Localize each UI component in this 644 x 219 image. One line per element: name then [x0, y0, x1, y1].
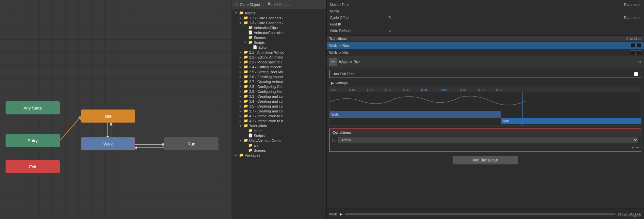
play-button[interactable]: ▶	[340, 212, 343, 216]
tree-arrow-6: ▼	[244, 41, 248, 44]
gear-icon[interactable]: ⚙	[638, 60, 641, 64]
search-input[interactable]	[274, 3, 324, 7]
transition-idle-mute-box[interactable]	[637, 50, 641, 55]
animator-grid: Any State Entry Exit Idle Walk Run	[0, 0, 232, 219]
tick-5: |0:25	[421, 87, 428, 92]
condition-checkbox[interactable]	[332, 138, 336, 142]
tree-item-19[interactable]: ►📁 3.5 - Creating and co	[232, 104, 326, 109]
tree-icon-12: 📁	[244, 70, 248, 74]
tree-icon-20: 📁	[244, 109, 248, 113]
motion-time-row: Motion Time Parameter	[329, 1, 641, 8]
condition-row-attack: Attack	[330, 136, 641, 144]
tree-item-9[interactable]: ►📁 2.2 - Editing Animatio	[232, 55, 326, 59]
tick-6: |1:00	[441, 87, 447, 92]
tree-icon-6: 📁	[248, 40, 253, 44]
tree-item-10[interactable]: ►📁 2.3 - Model specific /	[232, 59, 326, 64]
tree-label-1: 1.2 - Core Concepts /	[249, 16, 283, 20]
wave-svg	[330, 92, 641, 110]
tree-item-24[interactable]: 📁 Icons	[232, 128, 326, 133]
tree-item-21[interactable]: ►📁 4.1 - Introduction to c	[232, 113, 326, 118]
tree-item-28[interactable]: 📁 Scenes	[232, 148, 326, 153]
tree-item-11[interactable]: ►📁 2.4 - Cutting Importe	[232, 64, 326, 69]
transition-mute-box[interactable]	[637, 43, 641, 48]
transition-walk-idle[interactable]: Walk -> Idle	[327, 49, 644, 56]
clip-run-label: Run	[503, 119, 509, 123]
settings-row[interactable]: ▶ Settings	[327, 79, 644, 87]
tree-item-0[interactable]: ▼📁 Assets	[232, 10, 326, 15]
state-walk[interactable]: Walk	[81, 137, 135, 150]
tree-arrow-10: ►	[239, 60, 244, 64]
has-exit-time-checkbox[interactable]	[634, 72, 638, 76]
tree-item-3[interactable]: 📁 AnimationClips	[232, 25, 326, 30]
tree-icon-23: 📁	[244, 124, 248, 128]
playback-scrubber[interactable]	[345, 213, 615, 215]
tree-icon-13: 📁	[244, 75, 248, 79]
transition-idle-solo-box[interactable]	[631, 50, 636, 55]
tree-item-29[interactable]: ►📁 Packages	[232, 153, 326, 158]
tree-item-20[interactable]: ►📁 3.7 - Creating and co	[232, 109, 326, 113]
tree-label-21: 4.1 - Introduction to c	[249, 114, 283, 118]
condition-dropdown[interactable]: Attack	[338, 137, 638, 143]
tree-label-22: 4.2 - Introduction to h	[249, 119, 283, 123]
state-entry[interactable]: Entry	[6, 134, 60, 147]
tree-item-23[interactable]: ▼📁 TutorialInfo	[232, 123, 326, 128]
tree-item-14[interactable]: ►📁 2.7 - Creating Animat	[232, 79, 326, 84]
tick-7: |1:05	[460, 87, 467, 92]
tree-item-12[interactable]: ►📁 2.5 - Setting Root Mo	[232, 69, 326, 74]
add-behaviour-button[interactable]: Add Behaviour	[453, 156, 518, 164]
tree-item-5[interactable]: 📁 Scenes	[232, 35, 326, 40]
gameobject-label: GameObject	[240, 3, 260, 7]
transitions-label: Transitions	[329, 37, 346, 41]
tree-arrow-12: ►	[239, 70, 244, 74]
tree-icon-15: 📁	[244, 84, 248, 89]
tree-arrow-26: ▼	[239, 139, 244, 142]
tree-icon-8: 📁	[244, 50, 248, 54]
transition-solo-box[interactable]	[631, 43, 636, 48]
tree-item-1[interactable]: ►📁 1.2 - Core Concepts /	[232, 15, 326, 20]
tree-item-16[interactable]: ►📁 2.9 - Configuring Hur	[232, 89, 326, 94]
tree-icon-29: 📁	[239, 153, 244, 157]
tree-item-25[interactable]: 📄 Scripts	[232, 133, 326, 138]
tree-label-29: Packages	[245, 153, 260, 157]
tree-label-8: 2.1 - Animation Windo	[249, 50, 284, 54]
tree-label-19: 3.5 - Creating and co	[249, 104, 283, 108]
state-run[interactable]: Run	[164, 137, 218, 150]
tree-item-27[interactable]: 📁 ani	[232, 143, 326, 148]
state-any[interactable]: Any State	[6, 101, 60, 114]
tree-item-22[interactable]: ►📁 4.2 - Introduction to h	[232, 118, 326, 123]
tree-item-13[interactable]: ►📁 2.6 - Finishing Import	[232, 74, 326, 79]
tree-item-4[interactable]: 📄 AnimatorController	[232, 30, 326, 35]
tree-item-15[interactable]: ►📁 2.8 - Configuring Ger	[232, 84, 326, 89]
tree-arrow-19: ►	[239, 105, 244, 108]
tick-3: |0:15	[385, 87, 392, 92]
tree-item-26[interactable]: ▼📁 UnityAnimatorDemo	[232, 138, 326, 143]
transition-detail-name: Walk -> Run	[339, 60, 361, 64]
tree-item-6[interactable]: ▼📁 Scripts	[232, 40, 326, 45]
tree-item-17[interactable]: ►📁 3.3 - Creating and co	[232, 94, 326, 99]
tree-item-18[interactable]: ►📁 3.4 - Creating and co	[232, 99, 326, 104]
tree-icon-1: 📁	[244, 16, 248, 20]
clip-walk-bar: Walk	[330, 111, 501, 118]
transition-walk-run-label: Walk -> Run	[329, 43, 630, 47]
tree-icon-11: 📁	[244, 65, 248, 69]
condition-plus-btn[interactable]: +	[631, 145, 634, 151]
tree-icon-3: 📁	[248, 25, 253, 30]
condition-minus-btn[interactable]: −	[636, 145, 639, 151]
has-exit-time-row[interactable]: Has Exit Time	[329, 70, 641, 78]
tree-item-2[interactable]: ▼📁 1.3 - Core Concepts /	[232, 20, 326, 25]
tree-item-7[interactable]: 📄 Editor	[232, 45, 326, 50]
tree-label-4: AnimatorController	[254, 31, 284, 35]
transition-walk-idle-label: Walk -> Idle	[329, 51, 630, 55]
transition-walk-run[interactable]: Walk -> Run	[327, 42, 644, 49]
tree-label-16: 2.9 - Configuring Hur	[249, 90, 282, 93]
tree-label-28: Scenes	[254, 148, 266, 152]
tree-label-20: 3.7 - Creating and co	[249, 109, 283, 113]
state-idle[interactable]: Idle	[81, 110, 135, 123]
tree-arrow-0: ▼	[234, 11, 239, 15]
cycle-offset-value: 0	[389, 16, 624, 20]
write-defaults-label: Write Defaults	[330, 29, 389, 33]
tick-8: |1:10	[478, 87, 485, 92]
tree-item-8[interactable]: ►📁 2.1 - Animation Windo	[232, 50, 326, 55]
state-exit[interactable]: Exit	[6, 160, 60, 173]
clip-walk-label: Walk	[331, 113, 339, 116]
